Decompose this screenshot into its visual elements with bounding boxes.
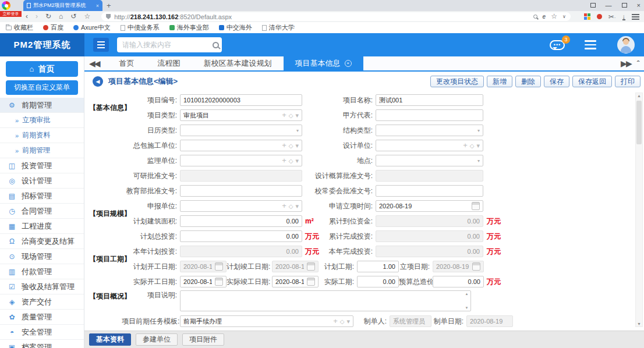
lookup-icons[interactable]: +◇▾ xyxy=(282,157,299,165)
browser-logo-icon[interactable] xyxy=(2,1,10,10)
download-icon[interactable]: ↓ xyxy=(622,13,626,20)
plus-icon[interactable]: + xyxy=(282,203,286,209)
scroll-up-icon[interactable]: ▲ xyxy=(636,94,642,98)
number-input[interactable]: 0.00 xyxy=(180,215,302,227)
caret-down-icon[interactable]: ▾ xyxy=(477,128,480,133)
bookmark-star-icon[interactable]: ☆ xyxy=(551,11,557,22)
calendar-icon[interactable] xyxy=(307,262,315,271)
number-input[interactable]: 0.00 xyxy=(180,230,302,242)
toolbar-button[interactable]: 保存返回 xyxy=(572,76,612,87)
back-button[interactable]: ◀ xyxy=(93,76,103,87)
home-icon[interactable]: ⌂ xyxy=(59,11,63,22)
bookmark-item[interactable]: 中债业务系 xyxy=(121,23,160,32)
sidebar-item[interactable]: ▦工程进度 xyxy=(0,219,84,234)
ie-mode-icon[interactable]: e xyxy=(543,13,546,20)
sidebar-subitem[interactable]: »前期资料 xyxy=(0,128,84,143)
favorite-icon[interactable]: ☆ xyxy=(84,11,90,22)
sidebar-item[interactable]: ☑验收及结算管理 xyxy=(0,279,84,294)
login-badge[interactable]: 立即登录 xyxy=(0,11,22,17)
tag-icon[interactable]: ◇ xyxy=(289,158,293,164)
text-input[interactable] xyxy=(376,185,483,197)
footer-tab[interactable]: 基本资料 xyxy=(89,333,131,346)
sidebar-item[interactable]: ▤招标管理 xyxy=(0,189,84,204)
number-input[interactable]: 0.00 xyxy=(357,276,399,287)
new-tab-button[interactable]: + xyxy=(107,1,111,10)
sidebar-item[interactable]: ◷合同管理 xyxy=(0,204,84,219)
close-tab-icon[interactable]: × xyxy=(345,60,352,67)
tag-icon[interactable]: ◇ xyxy=(289,203,293,209)
forward-icon[interactable]: › xyxy=(36,11,38,22)
caret-down-icon[interactable]: ▾ xyxy=(296,128,299,133)
toolbar-button[interactable]: 删除 xyxy=(515,76,541,87)
lookup-icons[interactable]: +◇▾ xyxy=(333,318,350,325)
caret-down-icon[interactable]: ▾ xyxy=(477,158,480,164)
sidebar-item[interactable]: ◈资产交付 xyxy=(0,294,84,310)
switch-menu-button[interactable]: 切换至自定义菜单 xyxy=(6,80,78,95)
tag-icon[interactable]: ◇ xyxy=(340,318,345,325)
lookup-icons[interactable]: +◇▾ xyxy=(282,142,299,150)
caret-down-icon[interactable]: ▾ xyxy=(295,203,299,210)
date-input[interactable]: 2020-08-19 xyxy=(180,276,227,287)
site-safety-icon[interactable] xyxy=(106,14,111,19)
toolbar-button[interactable]: 打印 xyxy=(615,76,641,87)
sidebar-item[interactable]: ▥付款管理 xyxy=(0,264,84,279)
sidebar-item[interactable]: ⊙现场管理 xyxy=(0,249,84,264)
tag-icon[interactable]: ◇ xyxy=(289,112,293,119)
calendar-icon[interactable] xyxy=(307,278,315,286)
plus-icon[interactable]: + xyxy=(282,112,286,119)
scroll-tabs-right-icon[interactable]: ▶▶ xyxy=(621,59,631,68)
browser-menu-icon[interactable] xyxy=(632,16,639,17)
text-input[interactable] xyxy=(180,185,302,197)
select-input[interactable]: ▾ xyxy=(376,125,483,136)
caret-down-icon[interactable]: ▾ xyxy=(346,318,350,325)
textarea-scrollbar[interactable]: ▲▼ xyxy=(463,292,470,310)
bookmark-item[interactable]: 百度 xyxy=(43,23,63,32)
toolbar-button[interactable]: 新增 xyxy=(487,76,512,87)
sidebar-item[interactable]: ✿质量管理 xyxy=(0,310,84,325)
scroll-tabs-left-icon[interactable]: ◀◀ xyxy=(89,59,100,68)
scroll-down-icon[interactable]: ▼ xyxy=(636,322,642,326)
screenshot-scissors-icon[interactable]: ✂· xyxy=(608,13,616,21)
search-input[interactable] xyxy=(122,41,213,49)
sidebar-item[interactable]: ⚙前期管理 xyxy=(0,98,84,113)
lookup-icons[interactable]: +◇▾ xyxy=(282,112,299,119)
sidebar-item[interactable]: ◎设计管理 xyxy=(0,173,84,189)
scroll-thumb[interactable] xyxy=(636,101,642,144)
window-tool-icon[interactable] xyxy=(590,3,596,8)
window-minimize-button[interactable]: — xyxy=(606,2,612,9)
lookup-input[interactable]: 审批项目+◇▾ xyxy=(180,109,302,121)
calendar-icon[interactable] xyxy=(215,262,223,271)
text-input[interactable] xyxy=(376,109,483,121)
number-input[interactable]: 0.00 xyxy=(433,276,484,287)
sidebar-toggle-button[interactable] xyxy=(93,38,109,52)
header-menu-icon[interactable] xyxy=(585,40,596,49)
apps-grid-icon[interactable] xyxy=(584,13,590,20)
calendar-icon[interactable] xyxy=(215,278,223,286)
toolbar-button[interactable]: 保存 xyxy=(544,76,569,87)
tag-icon[interactable]: ◇ xyxy=(289,143,293,149)
vertical-scrollbar[interactable]: ▲ ▼ xyxy=(635,93,643,327)
date-input[interactable]: 2020-08-19 xyxy=(376,200,483,212)
plus-icon[interactable]: + xyxy=(463,142,468,149)
back-icon[interactable]: ‹ xyxy=(26,11,28,22)
lookup-icons[interactable]: +◇▾ xyxy=(463,142,480,150)
history-icon[interactable]: ↺ xyxy=(70,11,76,22)
bookmark-item[interactable]: Axure中文 xyxy=(73,23,111,32)
bookmark-item[interactable]: 清华大学 xyxy=(262,23,295,32)
text-input[interactable]: 1010012020000003 xyxy=(180,94,302,106)
collapse-tabs-icon[interactable]: ˆ xyxy=(637,59,639,68)
bookmark-item[interactable]: 海外事业部 xyxy=(169,23,209,32)
lookup-input[interactable]: +◇▾ xyxy=(180,155,302,166)
search-icon[interactable] xyxy=(213,42,219,48)
footer-tab[interactable]: 项目附件 xyxy=(182,333,224,346)
sidebar-item[interactable]: ◓安全管理 xyxy=(0,325,84,340)
tag-icon[interactable]: ◇ xyxy=(470,143,475,149)
lookup-input[interactable]: +◇▾ xyxy=(180,140,302,151)
messages-button[interactable]: ••• 3 xyxy=(550,40,565,50)
select-input[interactable]: ▾ xyxy=(376,155,483,166)
lookup-icons[interactable]: +◇▾ xyxy=(282,203,299,210)
number-input[interactable]: 1.00 xyxy=(357,261,399,272)
workspace-tab[interactable]: 新校区基本建设规划 xyxy=(192,56,284,71)
extension-icon[interactable] xyxy=(597,14,602,19)
global-search[interactable] xyxy=(117,37,222,52)
